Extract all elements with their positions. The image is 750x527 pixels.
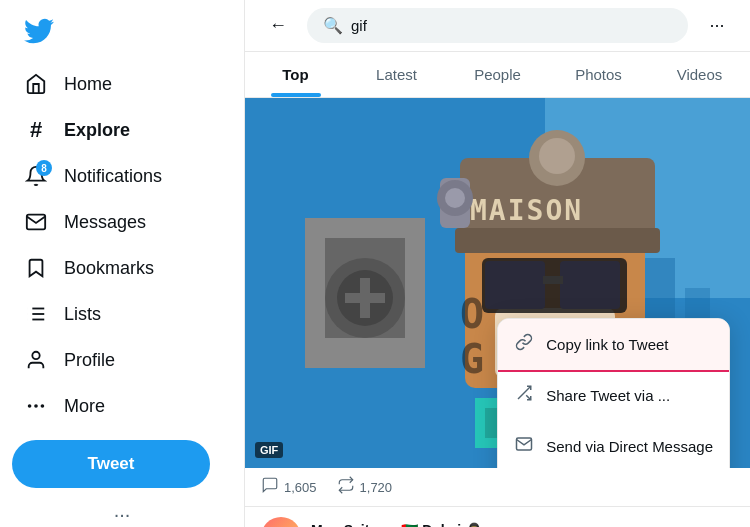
retweet-action[interactable]: 1,720 bbox=[337, 476, 393, 498]
main-content: ← 🔍 ··· Top Latest People Photos Videos bbox=[245, 0, 750, 527]
back-button[interactable]: ← bbox=[261, 9, 295, 43]
tweet-actions: 1,605 1,720 bbox=[245, 468, 750, 507]
sidebar-item-explore-label: Explore bbox=[64, 120, 130, 141]
sidebar-item-home[interactable]: Home bbox=[12, 62, 232, 106]
search-bar[interactable]: 🔍 bbox=[307, 8, 688, 43]
avatar: 🐾 bbox=[261, 517, 301, 527]
svg-rect-35 bbox=[543, 276, 563, 284]
explore-icon: # bbox=[24, 118, 48, 142]
search-input[interactable] bbox=[351, 17, 672, 34]
sidebar-item-notifications[interactable]: 8 Notifications bbox=[12, 154, 232, 198]
sidebar: Home # Explore 8 Notifications Messages bbox=[0, 0, 245, 527]
tab-photos[interactable]: Photos bbox=[548, 52, 649, 97]
tweet-button[interactable]: Tweet bbox=[12, 440, 210, 488]
reply-action[interactable]: 1,605 bbox=[261, 476, 317, 498]
search-icon: 🔍 bbox=[323, 16, 343, 35]
sidebar-item-bookmarks-label: Bookmarks bbox=[64, 258, 154, 279]
context-menu-copy-link[interactable]: Copy link to Tweet bbox=[497, 318, 730, 372]
share-tweet-label: Share Tweet via ... bbox=[546, 387, 670, 404]
home-icon bbox=[24, 72, 48, 96]
more-icon bbox=[24, 394, 48, 418]
svg-text:O: O bbox=[460, 291, 484, 337]
context-menu-share-tweet[interactable]: Share Tweet via ... bbox=[498, 370, 729, 421]
dm-icon bbox=[514, 435, 534, 458]
svg-point-47 bbox=[445, 188, 465, 208]
svg-point-6 bbox=[32, 352, 39, 359]
gif-badge: GIF bbox=[255, 442, 283, 458]
sidebar-item-notifications-label: Notifications bbox=[64, 166, 162, 187]
messages-icon bbox=[24, 210, 48, 234]
svg-text:G: G bbox=[460, 336, 484, 382]
tweet-image[interactable]: MAISON O G GIF bbox=[245, 98, 750, 468]
svg-rect-20 bbox=[360, 278, 370, 318]
notifications-badge: 8 bbox=[36, 160, 52, 176]
sidebar-item-profile-label: Profile bbox=[64, 350, 115, 371]
feed: MAISON O G GIF bbox=[245, 98, 750, 527]
sidebar-item-lists[interactable]: Lists bbox=[12, 292, 232, 336]
svg-rect-41 bbox=[455, 228, 660, 253]
retweet-icon bbox=[337, 476, 355, 498]
retweet-count: 1,720 bbox=[360, 480, 393, 495]
tweet-preview-row: 🐾 Mrs. Saitama 🇦🇪 Dubai 🥷 @MrsSaitama · … bbox=[245, 507, 750, 527]
sidebar-bottom: ··· bbox=[12, 488, 232, 527]
sidebar-item-profile[interactable]: Profile bbox=[12, 338, 232, 382]
svg-point-9 bbox=[29, 405, 31, 407]
svg-rect-34 bbox=[560, 261, 620, 309]
copy-link-icon bbox=[514, 333, 534, 356]
send-dm-label: Send via Direct Message bbox=[546, 438, 713, 455]
sidebar-nav: Home # Explore 8 Notifications Messages bbox=[12, 62, 232, 428]
context-menu: Copy link to Tweet Share Tweet via ... S… bbox=[497, 318, 730, 468]
sidebar-bottom-more-button[interactable]: ··· bbox=[104, 496, 140, 527]
reply-icon bbox=[261, 476, 279, 498]
reply-count: 1,605 bbox=[284, 480, 317, 495]
search-tabs: Top Latest People Photos Videos bbox=[245, 52, 750, 98]
sidebar-item-bookmarks[interactable]: Bookmarks bbox=[12, 246, 232, 290]
sidebar-item-home-label: Home bbox=[64, 74, 112, 95]
tab-videos[interactable]: Videos bbox=[649, 52, 750, 97]
lists-icon bbox=[24, 302, 48, 326]
context-menu-send-dm[interactable]: Send via Direct Message bbox=[498, 421, 729, 468]
copy-link-label: Copy link to Tweet bbox=[546, 336, 668, 353]
sidebar-item-lists-label: Lists bbox=[64, 304, 101, 325]
share-icon bbox=[514, 384, 534, 407]
svg-point-8 bbox=[42, 405, 44, 407]
main-header: ← 🔍 ··· bbox=[245, 0, 750, 52]
bell-icon: 8 bbox=[24, 164, 48, 188]
svg-rect-33 bbox=[485, 261, 545, 309]
profile-icon bbox=[24, 348, 48, 372]
bookmark-icon bbox=[24, 256, 48, 280]
tab-top[interactable]: Top bbox=[245, 52, 346, 97]
svg-point-7 bbox=[35, 405, 37, 407]
tweet-card: MAISON O G GIF bbox=[245, 98, 750, 527]
tweet-user-name: Mrs. Saitama 🇦🇪 Dubai 🥷 bbox=[311, 522, 482, 528]
tweet-user-info: Mrs. Saitama 🇦🇪 Dubai 🥷 @MrsSaitama · 5h bbox=[311, 522, 482, 528]
tab-people[interactable]: People bbox=[447, 52, 548, 97]
header-more-button[interactable]: ··· bbox=[700, 9, 734, 43]
sidebar-item-more-label: More bbox=[64, 396, 105, 417]
svg-point-44 bbox=[539, 138, 575, 174]
twitter-logo[interactable] bbox=[12, 8, 232, 58]
svg-text:MAISON: MAISON bbox=[470, 194, 583, 227]
sidebar-item-explore[interactable]: # Explore bbox=[12, 108, 232, 152]
sidebar-item-messages-label: Messages bbox=[64, 212, 146, 233]
sidebar-item-more[interactable]: More bbox=[12, 384, 232, 428]
tab-latest[interactable]: Latest bbox=[346, 52, 447, 97]
sidebar-item-messages[interactable]: Messages bbox=[12, 200, 232, 244]
